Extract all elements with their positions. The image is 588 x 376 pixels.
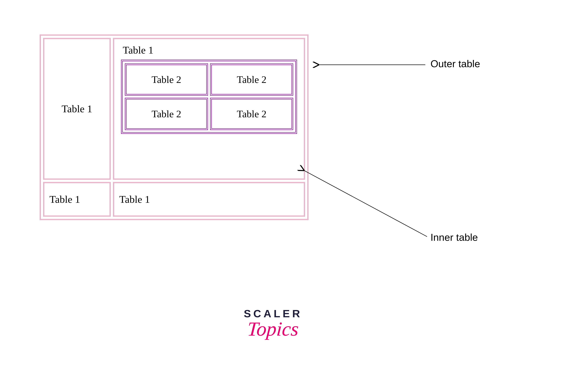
brand-logo: SCALER Topics (244, 307, 302, 340)
outer-table: Table 1 Table 1 Table 2 Table 2 Table 2 … (40, 34, 308, 220)
arrow-outer-icon (316, 62, 431, 67)
inner-cell-label: Table 2 (237, 74, 266, 85)
brand-line2: Topics (247, 318, 299, 340)
outer-cell-r1c2: Table 1 Table 2 Table 2 Table 2 Table 2 (113, 38, 305, 180)
annotation-outer-table: Outer table (431, 58, 480, 69)
nested-tables-diagram: Table 1 Table 1 Table 2 Table 2 Table 2 … (40, 34, 308, 220)
outer-cell-r2c2: Table 1 (113, 182, 305, 217)
inner-cell-r1c2: Table 2 (210, 63, 293, 96)
inner-cell-r1c1: Table 2 (125, 63, 208, 96)
outer-cell-label: Table 1 (119, 194, 150, 205)
annotation-inner-table: Inner table (431, 231, 478, 243)
inner-cell-label: Table 2 (152, 74, 181, 85)
inner-table-caption: Table 1 (123, 44, 297, 56)
outer-cell-label: Table 1 (62, 103, 92, 115)
svg-line-1 (304, 170, 427, 237)
inner-cell-r2c2: Table 2 (210, 98, 293, 130)
outer-cell-r2c1: Table 1 (43, 182, 111, 217)
inner-table: Table 2 Table 2 Table 2 Table 2 (121, 60, 297, 134)
arrow-inner-icon (301, 167, 432, 240)
outer-cell-label: Table 1 (49, 194, 80, 205)
inner-cell-label: Table 2 (237, 108, 266, 120)
inner-cell-label: Table 2 (152, 108, 181, 120)
outer-cell-r1c1: Table 1 (43, 38, 111, 180)
inner-cell-r2c1: Table 2 (125, 98, 208, 130)
